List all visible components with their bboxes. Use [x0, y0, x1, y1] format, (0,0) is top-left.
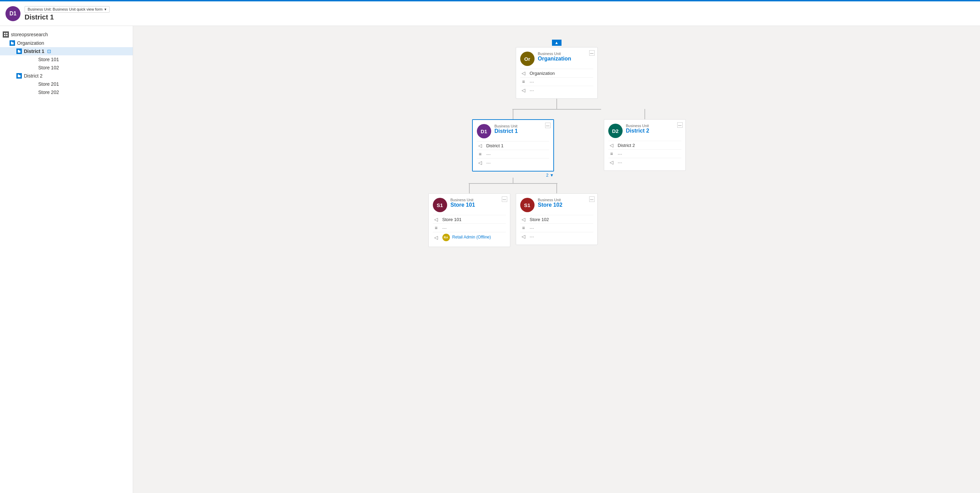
svg-rect-3 — [6, 35, 8, 36]
expand-up-button[interactable]: ▲ — [552, 40, 562, 46]
h-connector2 — [469, 183, 557, 184]
org-chart: ▲ — Or Business Unit Organization ◁ Orga… — [140, 33, 973, 254]
store102-row1-icon: ◁ — [520, 217, 527, 222]
org-card-header: Or Business Unit Organization — [520, 52, 593, 66]
org-card: — Or Business Unit Organization ◁ Organi… — [516, 47, 598, 99]
store102-card-header: S1 Business Unit Store 102 — [520, 198, 593, 212]
store101-card-type: Business Unit — [450, 198, 475, 202]
store102-card-type: Business Unit — [538, 198, 563, 202]
children-count-badge[interactable]: 2 ▼ — [546, 173, 554, 178]
sidebar-item-root[interactable]: storeopsresearch — [0, 30, 133, 39]
store101-row1-icon: ◁ — [433, 217, 440, 222]
org-card-type: Business Unit — [538, 52, 571, 56]
org-card-info: Business Unit Organization — [538, 52, 571, 62]
district1-card-type: Business Unit — [495, 124, 518, 128]
minimize-button[interactable]: — — [589, 50, 595, 56]
store102-row3-value: --- — [530, 234, 534, 239]
children-count-wrapper: 2 ▼ — [472, 173, 554, 178]
external-link-icon[interactable]: ⊡ — [47, 48, 51, 54]
district1-minimize-btn[interactable]: — — [545, 123, 550, 128]
quick-view-dropdown[interactable]: Business Unit: Business Unit quick view … — [25, 6, 110, 13]
org-row3-value: --- — [530, 88, 534, 93]
org-row2: ≡ --- — [520, 77, 593, 86]
district1-avatar: D1 — [477, 124, 491, 138]
ra-avatar: RA — [442, 234, 450, 241]
header-info: Business Unit: Business Unit quick view … — [25, 6, 110, 21]
district2-card-header: D2 Business Unit District 2 — [608, 124, 681, 138]
district1-card: — D1 Business Unit District 1 ◁ Distr — [472, 119, 554, 172]
sidebar-item-label-store201: Store 201 — [38, 81, 59, 87]
district2-minimize-btn[interactable]: — — [677, 122, 682, 128]
district2-row3: ◁ --- — [608, 158, 681, 166]
avatar: D1 — [5, 6, 21, 21]
district1-row2-icon: ≡ — [477, 152, 484, 157]
district1-card-name[interactable]: District 1 — [495, 128, 518, 134]
district1-row1: ◁ District 1 — [477, 141, 549, 150]
store102-row1: ◁ Store 102 — [520, 215, 593, 223]
store-row: — S1 Business Unit Store 101 — [428, 183, 598, 247]
store101-row3: ◁ RA Retail Admin (Offline) — [433, 232, 506, 243]
district2-row1-value: District 2 — [618, 143, 635, 148]
district2-row2-value: --- — [618, 152, 622, 156]
sidebar-item-store102[interactable]: Store 102 — [0, 64, 133, 72]
store102-minimize-btn[interactable]: — — [589, 196, 595, 202]
district2-row2-icon: ≡ — [608, 151, 615, 156]
svg-rect-1 — [6, 33, 8, 34]
sidebar-item-district2[interactable]: District 2 — [0, 72, 133, 80]
sidebar-item-label-district1: District 1 — [24, 48, 45, 54]
store102-card-info: Business Unit Store 102 — [538, 198, 563, 208]
sidebar-item-store201[interactable]: Store 201 — [0, 80, 133, 88]
store101-card-name[interactable]: Store 101 — [450, 202, 475, 208]
store102-branch: — S1 Business Unit Store 102 — [516, 183, 598, 245]
store101-minimize-btn[interactable]: — — [502, 196, 507, 202]
children-arrow-icon: ▼ — [550, 173, 554, 178]
district1-row3-icon: ◁ — [477, 160, 484, 165]
org-row2-value: --- — [530, 79, 534, 85]
store101-avatar: S1 — [433, 198, 447, 212]
district1-branch: — D1 Business Unit District 1 ◁ Distr — [428, 109, 598, 247]
store102-row2-icon: ≡ — [520, 225, 527, 231]
sidebar-item-label-org: Organization — [17, 40, 44, 46]
store101-row2-value: --- — [442, 225, 447, 231]
connector-v2b — [644, 109, 645, 119]
store101-card-info: Business Unit Store 101 — [450, 198, 475, 208]
store102-row2: ≡ --- — [520, 223, 593, 232]
sidebar-item-label-district2: District 2 — [24, 73, 42, 78]
store102-card: — S1 Business Unit Store 102 — [516, 193, 598, 245]
sidebar-item-store101[interactable]: Store 101 — [0, 55, 133, 64]
svg-rect-0 — [4, 33, 5, 34]
svg-rect-7 — [18, 50, 19, 51]
org-card-name[interactable]: Organization — [538, 56, 571, 62]
district2-branch: — D2 Business Unit District 2 ◁ Distr — [604, 109, 686, 171]
sidebar-root-label: storeopsresearch — [11, 32, 48, 37]
district2-row2: ≡ --- — [608, 149, 681, 158]
store101-row2: ≡ --- — [433, 223, 506, 232]
district1-row2: ≡ --- — [477, 150, 549, 158]
store102-card-name[interactable]: Store 102 — [538, 202, 563, 208]
store101-row2-icon: ≡ — [433, 225, 440, 231]
sidebar-item-label-store202: Store 202 — [38, 89, 59, 95]
store101-row1: ◁ Store 101 — [433, 215, 506, 223]
sidebar-item-district1[interactable]: District 1 ⊡ — [0, 47, 133, 55]
connector-v1 — [557, 99, 557, 109]
sidebar-item-label-store101: Store 101 — [38, 57, 59, 62]
svg-rect-5 — [11, 41, 12, 43]
district2-card-name[interactable]: District 2 — [626, 128, 649, 134]
dropdown-arrow-icon: ▾ — [105, 7, 107, 12]
org-row1-icon: ◁ — [520, 70, 527, 76]
district1-row1-value: District 1 — [487, 143, 504, 148]
district1-row1-icon: ◁ — [477, 143, 484, 148]
sidebar-item-store202[interactable]: Store 202 — [0, 88, 133, 96]
svg-rect-9 — [18, 75, 19, 75]
main-container: storeopsresearch Organization District 1… — [0, 26, 980, 493]
district1-row3-value: --- — [487, 160, 491, 165]
store102-row3: ◁ --- — [520, 232, 593, 241]
store102-avatar: S1 — [520, 198, 535, 212]
sidebar: storeopsresearch Organization District 1… — [0, 26, 133, 493]
district1-card-info: Business Unit District 1 — [495, 124, 518, 134]
sidebar-item-organization[interactable]: Organization — [0, 39, 133, 47]
org-branch: — Or Business Unit Organization ◁ Organi… — [428, 47, 686, 247]
district2-card-info: Business Unit District 2 — [626, 124, 649, 134]
district1-card-header: D1 Business Unit District 1 — [477, 124, 549, 138]
org-row3: ◁ --- — [520, 86, 593, 94]
